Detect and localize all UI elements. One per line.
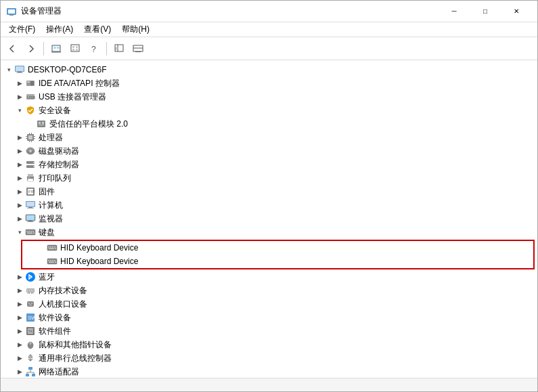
svg-rect-20 [16, 66, 24, 71]
tree-item-storage[interactable]: ▶ 存储控制器 [1, 158, 537, 171]
tree-item-ide[interactable]: ▶ IDE ATA/ATAPI 控制器 [1, 77, 537, 90]
tree-item-processor[interactable]: ▶ 处理器 [1, 131, 537, 144]
tree-item-mouse[interactable]: ▶ 鼠标和其他指针设备 [1, 338, 537, 351]
expand-bluetooth[interactable]: ▶ [14, 271, 25, 282]
menu-help[interactable]: 帮助(H) [116, 22, 155, 37]
expand-computer[interactable]: ▶ [14, 200, 25, 211]
tree-root[interactable]: ▾ DESKTOP-QD7CE6F [1, 63, 537, 77]
window-icon [6, 6, 17, 17]
firmware-icon: FW [25, 186, 36, 197]
toolbar: ? i [1, 37, 537, 60]
keyboard-label: 键盘 [39, 227, 55, 238]
print-label: 打印队列 [39, 173, 71, 184]
svg-rect-82 [54, 260, 55, 261]
svg-rect-57 [26, 202, 35, 206]
minimize-button[interactable]: ─ [439, 1, 470, 22]
svg-rect-91 [32, 292, 33, 294]
expand-monitor[interactable]: ▶ [14, 213, 25, 224]
toolbar-btn-2[interactable] [66, 40, 84, 58]
tree-item-bluetooth[interactable]: ▶ 蓝牙 [1, 270, 537, 284]
tree-item-swdev[interactable]: ▶ SW 软件设备 [1, 311, 537, 324]
svg-rect-36 [34, 136, 35, 137]
expand-network[interactable]: ▶ [14, 366, 25, 377]
tree-item-disk[interactable]: ▶ 磁盘驱动器 [1, 144, 537, 158]
tree-item-memory[interactable]: ▶ 内存技术设备 [1, 284, 537, 297]
network-icon [25, 366, 36, 377]
expand-mouse[interactable]: ▶ [14, 339, 25, 350]
expand-hid[interactable]: ▶ [14, 299, 25, 309]
tree-item-keyboard[interactable]: ▾ 键盘 [1, 225, 537, 239]
svg-text:FW: FW [28, 190, 35, 194]
forward-button[interactable] [22, 40, 40, 58]
svg-point-85 [26, 272, 35, 282]
svg-rect-39 [31, 133, 32, 134]
svg-rect-5 [57, 47, 60, 49]
svg-rect-79 [48, 260, 49, 261]
device-manager-window: 设备管理器 ─ □ ✕ 文件(F) 操作(A) 查看(V) 帮助(H) [0, 0, 538, 392]
menu-file[interactable]: 文件(F) [3, 22, 41, 37]
mouse-label: 鼠标和其他指针设备 [39, 339, 112, 351]
tree-item-usb[interactable]: ▶ USB USB 连接器管理器 [1, 90, 537, 104]
ide-icon [25, 78, 36, 89]
expand-firmware[interactable]: ▶ [14, 186, 25, 197]
tree-item-usbctrl[interactable]: ▶ 通用串行总线控制器 [1, 351, 537, 365]
expand-memory[interactable]: ▶ [14, 285, 25, 296]
toolbar-btn-3[interactable]: i [110, 40, 128, 58]
svg-rect-1 [8, 9, 15, 14]
back-button[interactable] [3, 40, 21, 58]
security-icon [25, 105, 36, 116]
close-button[interactable]: ✕ [501, 1, 532, 22]
expand-tpm [25, 118, 36, 129]
svg-rect-2 [9, 15, 14, 16]
svg-rect-65 [26, 231, 28, 232]
expand-keyboard[interactable]: ▾ [14, 227, 25, 238]
expand-disk[interactable]: ▶ [14, 146, 25, 156]
toolbar-btn-1[interactable] [47, 40, 65, 58]
expand-swdev[interactable]: ▶ [14, 312, 25, 323]
mouse-icon [25, 339, 36, 350]
tree-item-hid2[interactable]: HID Keyboard Device [22, 255, 533, 268]
tree-item-firmware[interactable]: ▶ FW 固件 [1, 185, 537, 198]
expand-security[interactable]: ▾ [14, 105, 25, 116]
expand-storage[interactable]: ▶ [14, 159, 25, 170]
expand-usb[interactable]: ▶ [14, 91, 25, 102]
device-tree[interactable]: ▾ DESKTOP-QD7CE6F ▶ [1, 60, 537, 378]
menu-action[interactable]: 操作(A) [41, 22, 79, 37]
tree-item-hid1[interactable]: HID Keyboard Device [22, 241, 533, 255]
expand-print[interactable]: ▶ [14, 173, 25, 183]
processor-label: 处理器 [39, 132, 63, 144]
toolbar-separator-1 [43, 42, 44, 56]
svg-text:?: ? [91, 45, 96, 53]
svg-rect-112 [26, 374, 29, 376]
tree-item-tpm[interactable]: 受信任的平台模块 2.0 [1, 117, 537, 131]
tree-item-security[interactable]: ▾ 安全设备 [1, 104, 537, 117]
network-label: 网络适配器 [39, 366, 79, 378]
expand-ide[interactable]: ▶ [14, 78, 25, 89]
expand-swcomp[interactable]: ▶ [14, 326, 25, 336]
bluetooth-label: 蓝牙 [39, 271, 55, 283]
svg-point-43 [29, 150, 32, 152]
tree-item-computer[interactable]: ▶ 计算机 [1, 198, 537, 212]
tree-item-print[interactable]: ▶ 打印队列 [1, 171, 537, 185]
svg-rect-18 [135, 51, 141, 52]
maximize-button[interactable]: □ [470, 1, 501, 22]
svg-rect-38 [29, 133, 30, 134]
svg-rect-37 [34, 138, 35, 139]
menu-view[interactable]: 查看(V) [79, 22, 116, 37]
expand-root[interactable]: ▾ [3, 64, 14, 75]
menu-bar: 文件(F) 操作(A) 查看(V) 帮助(H) [1, 22, 537, 37]
toolbar-help-btn[interactable]: ? [85, 40, 103, 58]
tree-item-swcomp[interactable]: ▶ SC 软件组件 [1, 324, 537, 338]
expand-processor[interactable]: ▶ [14, 132, 25, 143]
expand-hid2 [36, 256, 47, 267]
usbctrl-label: 通用串行总线控制器 [39, 353, 112, 364]
tree-item-network[interactable]: ▶ 网络适配器 [1, 365, 537, 378]
svg-rect-8 [72, 46, 74, 48]
svg-rect-7 [71, 45, 79, 51]
expand-usbctrl[interactable]: ▶ [14, 353, 25, 364]
tree-item-hid[interactable]: ▶ 人机接口设备 [1, 297, 537, 311]
svg-rect-9 [76, 46, 78, 48]
toolbar-btn-4[interactable] [129, 40, 147, 58]
svg-rect-73 [50, 246, 51, 248]
tree-item-monitor[interactable]: ▶ 监视器 [1, 212, 537, 225]
